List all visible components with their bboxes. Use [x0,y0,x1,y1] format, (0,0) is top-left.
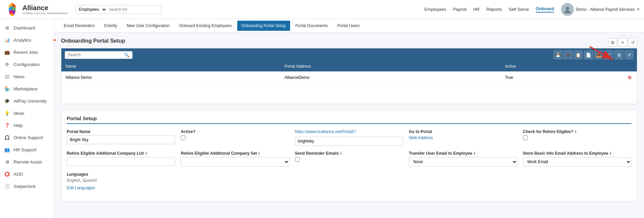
languages-label: Languages [67,172,175,177]
rehire-list-label: Rehire Eligible Additional Company List … [67,151,175,156]
logo-text-block: Alliance HUMAN CAPITAL MANAGEMENT [22,4,68,15]
logo-title: Alliance [22,4,68,12]
tab-portal-users[interactable]: Portal Users [333,21,364,31]
nav-self-serve[interactable]: Self Serve [509,7,529,12]
rehire-set-label: Rehire Eligible Additional Company Set ℹ [181,151,289,156]
sidebar-item-swipeclock[interactable]: 🕐 Swipeclock [0,180,54,192]
sidebar-label-aod: AOD [14,172,23,177]
toolbar-copy-icon[interactable]: 📋 [574,50,583,59]
sidebar-item-help[interactable]: ❓ Help [0,119,54,131]
url-label: https://www.hralliance.net/Portal/? [295,129,403,134]
configuration-icon: ⚙ [4,61,10,67]
delete-row-icon[interactable]: ⊗ [627,74,632,80]
hr-support-icon: 👥 [4,147,10,153]
table-section: 🔍 💾 ➕ 📋 📄 📤 ▽ ⊞ ↺ [61,48,637,104]
sidebar-label-configuration: Configuration [14,62,40,67]
transfer-email-info-icon[interactable]: ℹ [474,151,475,156]
sidebar-item-marketplace[interactable]: 🏪 Marketplace [0,83,54,95]
send-reminder-checkbox[interactable] [295,157,300,162]
go-to-portal-link[interactable]: Web Address [409,135,517,140]
edit-languages-link[interactable]: Edit Languages [67,186,175,190]
toolbar-export-icon[interactable]: 📤 [594,50,603,59]
cell-delete[interactable]: ⊗ [623,71,637,84]
user-area[interactable]: Demo - Alliance Payroll Services ▼ [561,3,640,16]
sidebar-item-dashboard[interactable]: ⊞ Dashboard [0,22,54,34]
list-view-button[interactable]: ≡ [618,38,627,47]
global-search-input[interactable] [107,6,161,13]
svg-point-8 [564,10,570,13]
send-reminder-label: Send Reminder Emails ℹ [295,151,403,156]
sidebar: ◀ ⊞ Dashboard 📊 Analytics 💼 Recent Jobs … [0,19,54,218]
tab-new-user-config[interactable]: New User Configuration [122,21,174,31]
search-category-select[interactable]: Employees [76,5,107,14]
page-title: Onboarding Portal Setup [61,38,125,44]
tab-onboarding-portal-setup[interactable]: Onboarding Portal Setup [237,21,290,31]
languages-value: English, Spanish [67,178,175,183]
nav-reports[interactable]: Reports [486,7,502,12]
nav-hr[interactable]: HR [473,7,480,12]
alliance-logo [4,1,20,18]
logo-area: Alliance HUMAN CAPITAL MANAGEMENT [4,1,68,18]
sidebar-item-analytics[interactable]: 📊 Analytics [0,34,54,46]
transfer-email-select[interactable]: None Work Email Personal Email [409,157,517,167]
user-name-label: Demo - Alliance Payroll Services [576,7,635,12]
history-view-button[interactable]: ↺ [628,38,637,47]
sidebar-label-help: Help [14,123,23,128]
search-icon: 🔍 [124,52,129,58]
portal-setup-row-1: Portal Name Active? https://www.hrallian… [67,129,631,146]
toolbar-add-icon[interactable]: ➕ [564,50,572,59]
sidebar-label-allpay-university: AllPay University [14,99,47,104]
active-label: Active? [181,129,289,134]
rehire-list-info-icon[interactable]: ℹ [145,151,147,156]
sidebar-item-news[interactable]: 📰 News [0,70,54,83]
app-layout: ◀ ⊞ Dashboard 📊 Analytics 💼 Recent Jobs … [0,19,644,218]
sidebar-item-online-support[interactable]: 🎧 Online Support [0,131,54,144]
sidebar-item-aod[interactable]: ⭕ AOD [0,168,54,180]
analytics-icon: 📊 [4,37,10,43]
store-basic-select[interactable]: Work Email Personal Email None [523,157,631,167]
portal-data-table: Name Portal Address Active Alliance Demo… [61,61,637,104]
sidebar-toggle-button[interactable]: ◀ [51,36,58,43]
tab-email-reminders[interactable]: Email Reminders [60,21,99,31]
go-to-portal-group: Go to Portal Web Address [409,129,517,146]
toolbar-paste-icon[interactable]: 📄 [584,50,593,59]
send-reminder-info-icon[interactable]: ℹ [340,151,342,156]
table-row[interactable]: Alliance Demo AllianceDemo True ⊗ [61,71,637,84]
sidebar-item-recent-jobs[interactable]: 💼 Recent Jobs [0,46,54,58]
store-basic-info-icon[interactable]: ℹ [610,151,611,156]
table-empty-row [61,84,637,104]
main-content: Email Reminders EVerify New User Configu… [54,19,644,218]
toolbar-columns-icon[interactable]: ⊞ [615,50,623,59]
active-checkbox[interactable] [181,135,185,140]
nav-payroll[interactable]: Payroll [453,7,466,12]
sidebar-item-allpay-university[interactable]: 🎓 AllPay University [0,95,54,107]
sidebar-item-configuration[interactable]: ⚙ Configuration [0,58,54,70]
svg-point-7 [566,7,569,10]
tab-onboard-existing[interactable]: Onboard Existing Employees [175,21,236,31]
sidebar-label-swipeclock: Swipeclock [14,184,36,189]
recent-jobs-icon: 💼 [4,49,10,55]
nav-onboard[interactable]: Onboard [536,6,554,13]
table-search-input[interactable] [68,52,122,57]
rehire-list-input[interactable] [67,157,175,166]
grid-view-button[interactable]: ⊞ [608,38,617,47]
sidebar-item-remote-assist[interactable]: 🖥 Remote Assist [0,156,54,168]
toolbar-save-icon[interactable]: 💾 [554,50,562,59]
check-rehire-checkbox[interactable] [523,135,528,140]
nav-employees[interactable]: Employees [424,7,446,12]
toolbar-refresh-icon[interactable]: ↺ [625,50,633,59]
rehire-set-info-icon[interactable]: ℹ [258,151,260,156]
store-basic-label: Store Basic Info Email Address to Employ… [523,151,631,156]
tab-portal-documents[interactable]: Portal Documents [291,21,332,31]
aod-icon: ⭕ [4,171,10,177]
url-input[interactable] [295,137,403,146]
table-toolbar: 🔍 💾 ➕ 📋 📄 📤 ▽ ⊞ ↺ [61,48,637,61]
tab-everify[interactable]: EVerify [100,21,121,31]
rehire-set-select[interactable] [181,157,289,167]
toolbar-filter-icon[interactable]: ▽ [604,50,613,59]
sidebar-item-hr-support[interactable]: 👥 HR Support [0,144,54,156]
sidebar-item-ideas[interactable]: 💡 Ideas [0,107,54,119]
portal-name-input[interactable] [67,135,175,144]
dashboard-icon: ⊞ [4,25,10,31]
check-rehire-info-icon[interactable]: ℹ [575,130,576,134]
